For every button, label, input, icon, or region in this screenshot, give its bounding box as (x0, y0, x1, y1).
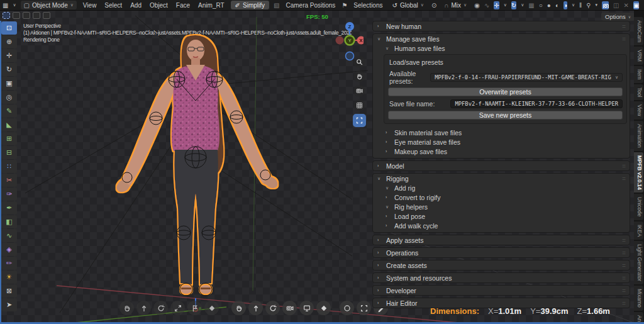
axis-z-label[interactable]: Z (348, 24, 352, 30)
overlap-icon[interactable]: ◫ (613, 2, 619, 9)
mode-select[interactable]: ▢ Object Mode (21, 1, 77, 9)
drag-grip-icon[interactable]: :::: (622, 288, 625, 293)
tab-tool[interactable]: Tool (634, 84, 643, 101)
move-up-button[interactable] (136, 301, 151, 315)
move-up-button-2[interactable] (248, 301, 263, 315)
orbit-button[interactable] (153, 301, 168, 315)
tab-vrm[interactable]: VRM (634, 47, 643, 65)
drag-grip-icon[interactable]: :::: (622, 300, 625, 306)
subsection-add-walk-cycle[interactable]: Add walk cycle (373, 221, 630, 230)
tab-mpfb[interactable]: MPFB v2.0.14 (634, 152, 643, 193)
subsection-skin-material[interactable]: Skin material save files (373, 128, 630, 137)
drag-grip-icon[interactable]: :::: (622, 237, 625, 243)
shading-wireframe-icon[interactable]: ○ (539, 2, 543, 9)
tab-light-generator[interactable]: Light Generator (634, 241, 643, 284)
orbit-button-2[interactable] (265, 301, 280, 315)
shading-material-icon[interactable]: ◐ (555, 2, 559, 9)
shading-solid-icon[interactable]: ● (547, 2, 551, 9)
section-create-assets[interactable]: Create assets :::: (372, 260, 630, 271)
tab-view[interactable]: View (634, 101, 643, 119)
subsection-human-save-files[interactable]: Human save files (373, 43, 630, 53)
subsection-load-pose[interactable]: Load pose (373, 211, 630, 221)
section-model[interactable]: Model :::: (372, 160, 630, 171)
axis-x-label[interactable]: X (359, 38, 363, 43)
camera-view-icon[interactable] (353, 85, 365, 97)
simplify-button[interactable]: ✐ Simplify (231, 1, 269, 9)
rotate-gizmo-icon[interactable]: ↻ (511, 1, 516, 9)
subsection-rig-helpers[interactable]: Rig helpers (373, 202, 630, 211)
move-gizmo-icon[interactable]: ✛ (494, 1, 499, 9)
section-developer[interactable]: Developer :::: (372, 285, 630, 296)
drag-grip-icon[interactable]: :::: (622, 23, 625, 29)
section-manage-header[interactable]: Manage save files :::: (373, 34, 630, 43)
tab-animation[interactable]: Animation (634, 121, 643, 151)
xray-toggle-icon[interactable]: ▦ (528, 2, 534, 9)
section-system-resources[interactable]: System and resources :::: (372, 272, 630, 283)
drag-grip-icon[interactable]: :::: (622, 176, 625, 181)
axis-y-label[interactable]: Y (348, 38, 352, 43)
selections-menu[interactable]: Selections (352, 2, 384, 9)
character-model[interactable] (94, 25, 302, 315)
camera-positions-menu[interactable]: Camera Positions (284, 2, 337, 9)
drag-grip-icon[interactable]: :::: (622, 262, 625, 268)
editor-type-icon[interactable]: ▦ (3, 2, 8, 9)
menu-add[interactable]: Add (128, 2, 143, 9)
section-operations[interactable]: Operations :::: (372, 247, 630, 258)
tab-unicode[interactable]: Unicode (634, 194, 643, 220)
subsection-add-rig[interactable]: Add rig (373, 183, 630, 193)
menu-face[interactable]: Face (174, 2, 192, 9)
subsection-convert-rigify[interactable]: Convert to rigify (373, 193, 630, 202)
drag-grip-icon[interactable]: :::: (622, 275, 625, 281)
section-rigging-header[interactable]: Rigging :::: (373, 174, 630, 183)
save-new-presets-button[interactable]: Save new presets (388, 111, 623, 120)
subsection-makeup[interactable]: Makeup save files (373, 147, 630, 156)
gizmo-chevron-icon[interactable] (504, 3, 507, 8)
search-icon[interactable]: ⚲ (586, 2, 591, 9)
render-camera-icon[interactable] (602, 1, 609, 9)
image-tool-icon[interactable]: ▣ (633, 1, 639, 9)
proportional-edit-icon[interactable]: ◉ (474, 2, 480, 9)
pivot-point-icon[interactable]: ⊙ (431, 2, 436, 9)
menu-select[interactable]: Select (103, 2, 124, 9)
maximize-icon[interactable] (353, 114, 366, 127)
tab-autocam[interactable]: AutoCam (634, 17, 643, 45)
section-apply-assets[interactable]: Apply assets :::: (372, 235, 630, 245)
frame-button[interactable] (357, 301, 371, 315)
diamond-button-2[interactable] (316, 301, 331, 315)
shading-chevron-icon[interactable] (572, 3, 575, 8)
tab-ikea[interactable]: IKEA (634, 221, 643, 240)
simplify-extra-icon[interactable]: ▧ (274, 2, 279, 9)
clear-icon[interactable]: ✕ (624, 2, 629, 9)
header-more-icon[interactable]: ▾ (596, 3, 598, 8)
section-hair-editor[interactable]: Hair Editor :::: (372, 298, 630, 308)
tab-mixamo[interactable]: Mixamo (634, 286, 643, 311)
orientation-select[interactable]: ↺ Global (389, 1, 426, 9)
tab-item[interactable]: Item (634, 66, 643, 83)
pause-icon[interactable]: ‖ (579, 2, 582, 9)
drag-grip-icon[interactable]: :::: (622, 36, 625, 42)
pan-button[interactable] (119, 301, 134, 315)
ortho-grid-icon[interactable] (353, 99, 365, 111)
drag-grip-icon[interactable]: :::: (622, 163, 625, 169)
menu-view[interactable]: View (81, 2, 99, 9)
shading-rendered-icon[interactable]: ◑ (564, 1, 567, 9)
circle-button[interactable] (340, 301, 354, 315)
display-button[interactable] (299, 301, 314, 315)
pan-hand-icon[interactable] (353, 70, 365, 82)
flag-button[interactable] (187, 301, 202, 315)
subsection-eye-material[interactable]: Eye material save files (373, 137, 630, 147)
menu-object[interactable]: Object (148, 2, 170, 9)
pan-button-2[interactable] (231, 301, 246, 315)
available-presets-select[interactable]: MPFBv2-f-0-14--FRAU-PAPIERFREUND--MIT-GA… (430, 73, 623, 82)
camera-button[interactable] (282, 301, 297, 315)
proportional-falloff-icon[interactable]: ∿ (484, 2, 489, 9)
overlay-chevron-icon[interactable] (521, 3, 524, 8)
overwrite-presets-button[interactable]: Overwrite presets (388, 87, 623, 96)
section-new-human[interactable]: New human :::: (372, 21, 630, 31)
snap-select[interactable]: ∩ Mix (441, 1, 470, 9)
diamond-button[interactable] (204, 301, 219, 315)
drag-grip-icon[interactable]: :::: (622, 250, 625, 255)
editor-type-chevron-icon[interactable] (13, 3, 16, 8)
zoom-icon[interactable] (353, 56, 365, 68)
menu-anim-rt[interactable]: Anim_RT (196, 2, 226, 9)
